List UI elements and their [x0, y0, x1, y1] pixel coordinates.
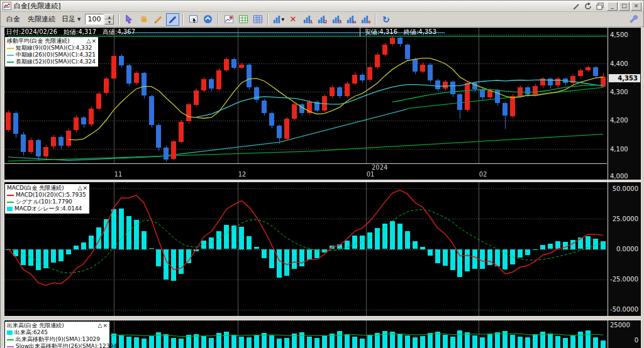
y-tick: 0.0000 [616, 246, 638, 253]
legend-title: 出来高(白金 先限連続) [7, 322, 64, 329]
refresh-button[interactable]: ↻ [379, 13, 392, 26]
toolbar-separator [267, 14, 269, 25]
indicator-slot-3-button[interactable]: 3 [330, 13, 343, 26]
draw-pencil-button[interactable] [152, 13, 165, 26]
legend-close-icon[interactable]: × [91, 38, 96, 44]
window-title: 白金[先限連続] [14, 1, 61, 11]
minimize-button[interactable]: _ [607, 2, 618, 11]
hand-pan-button[interactable] [137, 13, 150, 26]
rotate-icon[interactable] [583, 2, 594, 11]
info-low: 安値:4,316 [365, 28, 397, 36]
panel-splitter[interactable] [1, 180, 644, 182]
pen-icon[interactable] [571, 2, 582, 11]
spin-up-button[interactable]: ▲ [104, 14, 114, 19]
chart-style-dropdown-button[interactable]: ▼ [272, 13, 285, 26]
toolbar-separator [218, 14, 219, 25]
delete-study-button[interactable]: ✕ [286, 13, 299, 26]
y-tick: 4,000 [610, 173, 628, 180]
grid-green-icon [238, 14, 248, 24]
volume-y-axis: 25000 0 [608, 320, 641, 348]
ma-legend: 移動平均(白金 先限連続) △ × 短期線(9)(0)(SMA)(C):4,33… [4, 36, 99, 67]
chevron-down-icon: ▼ [282, 17, 285, 21]
y-tick: 4,400 [610, 60, 628, 67]
chart-window: 白金[先限連続] _ □ × 白金 先限連続 日足 ▼ 100 ▲ ▼ [0, 0, 644, 348]
current-price-tag: 4,353 [609, 74, 640, 82]
title-bar: 白金[先限連続] _ □ × [1, 1, 643, 12]
y-tick: 50.0000 [613, 185, 638, 192]
chart-pointer-button[interactable] [187, 13, 200, 26]
macd-panel: MACD(白金 先限連続) △ × MACD(10)(20)(C):5.7935… [4, 182, 641, 317]
panel-splitter[interactable] [1, 317, 644, 320]
ohlc-info-bar: 日付:2024/02/26 始値:4,317 高値:4,367 安値:4,316… [6, 28, 436, 36]
legend-collapse-icon[interactable]: △ [87, 38, 91, 44]
bars-count-spinner[interactable]: 100 ▲ ▼ [85, 14, 114, 24]
macd-legend: MACD(白金 先限連続) △ × MACD(10)(20)(C):5.7935… [4, 183, 90, 214]
pencil-blue-icon [168, 14, 177, 24]
instrument-label: 白金 [3, 14, 23, 24]
close-button[interactable]: × [631, 2, 641, 11]
y-tick: 4,500 [610, 31, 628, 38]
x-axis-label-nov: 11 [114, 171, 123, 178]
ma-long-label: 長期線(52)(0)(SMA)(C):4,324 [16, 58, 96, 65]
spin-down-button[interactable]: ▼ [104, 19, 114, 24]
bar-chart-icon [273, 14, 281, 24]
y-tick: -25.0000 [610, 276, 638, 283]
ma-short-label: 短期線(9)(0)(SMA)(C):4,332 [16, 45, 92, 52]
chart-region: 日付:2024/02/26 始値:4,317 高値:4,367 安値:4,316… [1, 27, 644, 348]
price-panel: 日付:2024/02/26 始値:4,317 高値:4,367 安値:4,316… [4, 27, 641, 180]
settings-button[interactable] [628, 13, 641, 26]
ma-mid-label: 中期線(26)(0)(SMA)(C):4,321 [16, 52, 96, 58]
new-chart-icon [224, 14, 234, 24]
toolbar-separator [182, 14, 184, 25]
indicator-slot-2-button[interactable]: 2 [315, 13, 328, 26]
grid-table-button[interactable] [236, 13, 250, 26]
macd-line-label: MACD(10)(20)(C):5.7935 [16, 192, 86, 198]
legend-title: 移動平均(白金 先限連続) [7, 38, 70, 45]
timeframe-select[interactable]: 日足 ▼ [60, 14, 82, 24]
icon-digit: u [353, 20, 356, 24]
legend-collapse-icon[interactable]: △ [78, 185, 82, 191]
volume-legend: 出来高(白金 先限連続) △ × 出来高:6245 出来高移動平均(9)(SMA… [4, 321, 110, 348]
x-axis-label-dec: 12 [238, 171, 247, 178]
select-cursor-button[interactable] [123, 13, 136, 26]
indicator-slot-1-button[interactable]: 1 [301, 13, 314, 26]
legend-close-icon[interactable]: × [103, 323, 108, 329]
grid-blue-icon [253, 14, 263, 24]
chart-frame-cursor-icon [189, 14, 199, 24]
icon-digit: s [368, 20, 370, 24]
pencil-icon [153, 14, 163, 24]
new-chart-button[interactable] [222, 13, 235, 26]
toolbar-separator [375, 14, 376, 25]
price-y-axis: 4,500 4,400 4,300 4,200 4,100 4,000 4,35… [608, 28, 641, 180]
bars-count-value[interactable]: 100 [85, 14, 104, 24]
grid-dense-button[interactable] [251, 13, 264, 26]
compass-icon [203, 14, 213, 24]
volume-label: 出来高:6245 [14, 329, 48, 336]
icon-digit: 1 [310, 20, 313, 24]
y-tick: -50.0000 [610, 306, 638, 313]
oscillator-label: MACDオシレータ:4.0144 [14, 205, 82, 212]
icon-digit: 3 [339, 20, 342, 24]
legend-collapse-icon[interactable]: △ [98, 323, 103, 329]
compass-button[interactable] [201, 13, 214, 26]
x-axis-label-feb: 02 [479, 171, 487, 178]
chevron-down-icon: ▼ [77, 17, 80, 22]
draw-pencil-active-button[interactable] [166, 13, 179, 26]
info-high: 高値:4,367 [103, 28, 135, 36]
volume-ma-label: 出来高移動平均(9)(SMA):13029 [16, 336, 100, 343]
legend-close-icon[interactable]: × [82, 185, 87, 191]
volume-panel: 出来高(白金 先限連続) △ × 出来高:6245 出来高移動平均(9)(SMA… [4, 320, 641, 348]
y-tick: 25000 [610, 322, 630, 329]
info-open: 始値:4,317 [64, 28, 96, 36]
hand-icon [139, 14, 148, 24]
wrench-icon [630, 14, 639, 24]
toolbar: 白金 先限連続 日足 ▼ 100 ▲ ▼ [1, 12, 643, 27]
indicator-slot-s-button[interactable]: s [358, 13, 372, 26]
maximize-button[interactable]: □ [619, 2, 630, 11]
indicator-slot-u-button[interactable]: u [344, 13, 357, 26]
year-label: 2024 [372, 164, 387, 171]
macd-chart-canvas[interactable] [4, 182, 607, 316]
cascade-windows-icon[interactable] [595, 2, 606, 11]
macd-y-axis: 50.0000 25.0000 0.0000 -25.0000 -50.0000 [608, 182, 641, 316]
info-date: 日付:2024/02/26 [6, 28, 57, 36]
